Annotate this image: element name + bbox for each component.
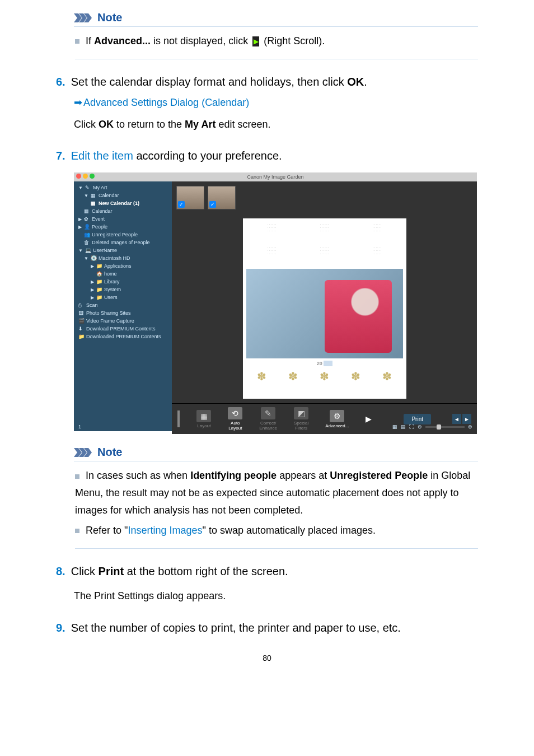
special-filters-button[interactable]: ◩Special Filters: [294, 407, 308, 431]
window-title: Canon My Image Garden: [247, 174, 303, 180]
left-scroll[interactable]: [177, 410, 180, 427]
zoom-dot[interactable]: [90, 174, 95, 179]
flower-icon: ✽: [257, 370, 266, 383]
auto-layout-button[interactable]: ⟲Auto Layout: [228, 407, 242, 431]
next-button[interactable]: ►: [462, 414, 471, 424]
edit-item-link[interactable]: Edit the item: [71, 150, 133, 162]
note-block-1: Note If Advanced... is not displayed, cl…: [74, 11, 478, 59]
advanced-settings-link[interactable]: ➡Advanced Settings Dialog (Calendar): [74, 96, 478, 109]
advanced-button[interactable]: ⚙Advanced...: [325, 410, 349, 428]
step-title: Edit the item according to your preferen…: [71, 147, 282, 165]
step-7: 7. Edit the item according to your prefe…: [56, 147, 478, 431]
sidebar-item-event[interactable]: ▶✿Event: [74, 215, 172, 223]
minimize-dot[interactable]: [83, 174, 88, 179]
flower-icon: ✽: [320, 370, 329, 383]
sidebar-item-deleted[interactable]: 🗑Deleted Images of People: [74, 239, 172, 246]
prev-button[interactable]: ◄: [452, 414, 461, 424]
note-icon: [74, 13, 94, 22]
arrow-icon: ➡: [74, 97, 82, 108]
close-dot[interactable]: [76, 174, 81, 179]
sidebar-item-apps[interactable]: ▶📁Applications: [74, 262, 172, 270]
sidebar-item-calendar[interactable]: ▼▦Calendar: [74, 192, 172, 199]
step-title: Click Print at the bottom right of the s…: [71, 562, 288, 580]
thumbnail-strip: [172, 181, 477, 214]
note-block-2: Note In cases such as when Identifying p…: [74, 446, 478, 548]
view-list-icon[interactable]: ▤: [401, 424, 406, 430]
bullet-icon: [75, 529, 79, 533]
zoom-in-icon[interactable]: ⊕: [468, 424, 472, 430]
calendar-photo: [246, 269, 403, 358]
sidebar-item-dl-premium[interactable]: ⬇Download PREMIUM Contents: [74, 325, 172, 333]
step-8: 8. Click Print at the bottom right of th…: [56, 562, 478, 604]
inserting-images-link[interactable]: Inserting Images: [128, 525, 202, 536]
step-9: 9. Set the number of copies to print, th…: [56, 619, 478, 637]
sidebar-item-my-art[interactable]: ▼✎My Art: [74, 184, 172, 192]
step-number: 6.: [56, 73, 65, 91]
step-6: 6. Set the calendar display format and h…: [56, 73, 478, 133]
sidebar-item-people[interactable]: ▶👤People: [74, 223, 172, 231]
expand-icon[interactable]: ⛶: [409, 424, 414, 430]
note-heading: Note: [97, 11, 122, 24]
sidebar-item-new-calendar[interactable]: ▦New Calendar (1): [74, 199, 172, 207]
step-number: 7.: [56, 147, 65, 165]
zoom-out-icon[interactable]: ⊖: [418, 424, 422, 430]
flower-icon: ✽: [288, 370, 298, 383]
thumbnail-1[interactable]: [176, 186, 204, 209]
right-scroll-icon: ▶: [252, 36, 259, 46]
sidebar-item-dled-premium[interactable]: 📁Downloaded PREMIUM Contents: [74, 333, 172, 340]
sidebar-item-calendar2[interactable]: ▦Calendar: [74, 207, 172, 215]
flower-icon: ✽: [351, 370, 360, 383]
status-left: 1: [78, 424, 81, 430]
sidebar-item-users[interactable]: ▶📁Users: [74, 293, 172, 301]
sidebar-item-library[interactable]: ▶📁Library: [74, 278, 172, 286]
step-title: Set the number of copies to print, the p…: [71, 619, 401, 637]
bullet-icon: [75, 474, 79, 479]
sidebar-item-video[interactable]: 🎬Video Frame Capture: [74, 317, 172, 325]
correct-enhance-button[interactable]: ✎Correct/ Enhance: [259, 407, 277, 431]
note-heading: Note: [97, 446, 122, 459]
step-title: Set the calendar display format and holi…: [71, 73, 367, 91]
view-grid-icon[interactable]: ▦: [392, 424, 397, 430]
calendar-page[interactable]: · · · · · ·· · · · · ·· · · · · · · · · …: [243, 218, 406, 399]
step-number: 8.: [56, 562, 65, 580]
sidebar-item-username[interactable]: ▼💻UserName: [74, 246, 172, 254]
note-item: Refer to "Inserting Images" to swap auto…: [75, 522, 478, 539]
thumbnail-2[interactable]: [208, 186, 236, 209]
sidebar-item-scan[interactable]: ⎙Scan: [74, 301, 172, 309]
sidebar-item-photo-sharing[interactable]: 🖼Photo Sharing Sites: [74, 309, 172, 317]
zoom-slider[interactable]: [425, 426, 465, 428]
bullet-icon: [75, 39, 79, 44]
right-scroll[interactable]: ▶: [366, 414, 370, 423]
note-item: In cases such as when Identifying people…: [75, 467, 478, 519]
sidebar-item-unregistered[interactable]: 👥Unregistered People: [74, 231, 172, 239]
layout-button[interactable]: ▦Layout: [196, 410, 211, 428]
step-number: 9.: [56, 619, 65, 637]
page-number: 80: [56, 654, 478, 662]
titlebar: Canon My Image Garden: [74, 172, 477, 181]
app-screenshot: Canon My Image Garden ▼✎My Art ▼▦Calenda…: [74, 172, 477, 431]
note-item: If Advanced... is not displayed, click ▶…: [75, 32, 478, 50]
sidebar-item-home[interactable]: 🏠home: [74, 270, 172, 278]
sidebar-item-mac[interactable]: ▼💽Macintosh HD: [74, 254, 172, 262]
step-substep: The Print Settings dialog appears.: [74, 588, 478, 604]
sidebar-item-system[interactable]: ▶📁System: [74, 286, 172, 293]
sidebar: ▼✎My Art ▼▦Calendar ▦New Calendar (1) ▦C…: [74, 181, 172, 422]
print-button[interactable]: Print: [404, 414, 431, 424]
step-substep: Click OK to return to the My Art edit sc…: [74, 116, 478, 133]
flower-icon: ✽: [382, 370, 392, 383]
note-icon: [74, 448, 94, 457]
year-label: 20: [246, 361, 403, 366]
